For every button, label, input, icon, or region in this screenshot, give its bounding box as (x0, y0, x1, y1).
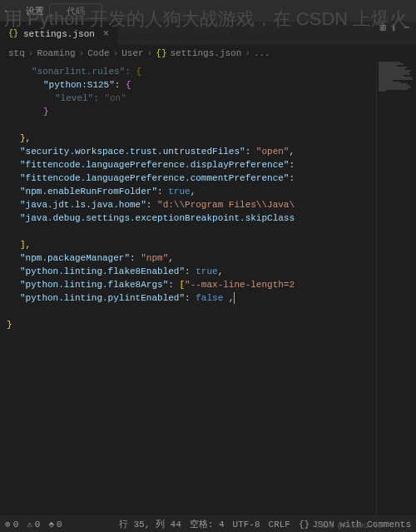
bc-seg[interactable]: Code (87, 48, 109, 58)
bc-seg[interactable]: Roaming (37, 48, 75, 58)
json-icon: {} (299, 520, 310, 530)
radio-icon: ⬘ (48, 519, 54, 530)
cursor-position[interactable]: 行 35, 列 44 (119, 518, 181, 530)
encoding-info[interactable]: UTF-8 (233, 520, 260, 530)
eol-info[interactable]: CRLF (269, 520, 290, 530)
bc-seg[interactable]: stq (8, 48, 25, 58)
error-icon: ⊗ (5, 519, 11, 530)
bc-seg[interactable]: ... (254, 48, 270, 58)
breadcrumb[interactable]: stq› Roaming› Code› User› {} settings.js… (0, 45, 416, 62)
bc-seg[interactable]: User (121, 48, 143, 58)
article-overlay-title: 用 Python 开发的人狗大战游戏，在 CSDN 上爆火 (4, 7, 408, 32)
warning-icon: ⚠ (27, 519, 32, 530)
ports-count[interactable]: ⬘0 (48, 519, 62, 530)
bc-seg[interactable]: settings.json (170, 48, 241, 58)
code-editor[interactable]: "sonarlint.rules": { "python:S125": { "l… (0, 62, 376, 515)
errors-count[interactable]: ⊗0 (5, 519, 18, 530)
indent-info[interactable]: 空格: 4 (190, 518, 225, 530)
csdn-watermark: CSDN @xxxmm2.05 (315, 522, 383, 530)
json-file-icon: {} (156, 48, 166, 58)
text-cursor (234, 292, 235, 304)
minimap[interactable] (376, 62, 416, 515)
warnings-count[interactable]: ⚠0 (27, 519, 40, 530)
